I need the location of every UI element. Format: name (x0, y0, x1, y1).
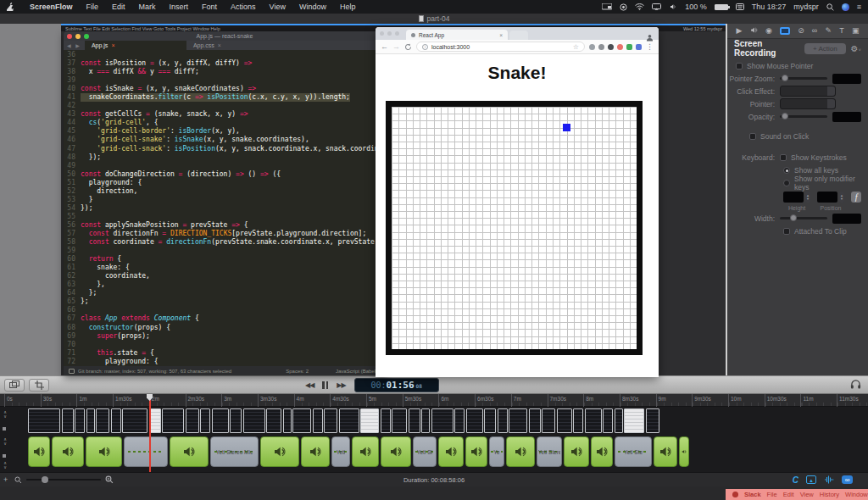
track2-resize-handles[interactable]: ∧∨ (2, 437, 8, 445)
font-button[interactable]: f (851, 192, 861, 203)
video-thumbnail-code[interactable] (62, 408, 74, 433)
gear-icon[interactable]: ⚙˅ (851, 44, 861, 53)
screen-recording-clip[interactable]: Sublime Text File Edit Selection Find Vi… (61, 24, 727, 375)
extension-icon-3[interactable] (608, 44, 614, 50)
attached-to-clip-checkbox[interactable] (783, 228, 790, 235)
video-thumbnail-code[interactable] (186, 408, 199, 433)
apple-menu-icon[interactable] (7, 3, 14, 11)
wifi-icon[interactable] (635, 3, 644, 10)
audio-clip[interactable] (170, 436, 209, 467)
audio-clip[interactable] (52, 436, 84, 467)
menu-item-edit[interactable]: Edit (105, 3, 132, 11)
loop-badge-icon[interactable]: ∞ (842, 475, 853, 484)
video-thumbnail-code[interactable] (212, 408, 229, 433)
video-thumbnail-code[interactable] (646, 408, 659, 433)
spotlight-icon[interactable] (826, 3, 834, 11)
audio-clip-labeled[interactable]: Yeti (331, 436, 350, 467)
audio-clip-labeled[interactable]: Yeti Stere (537, 436, 562, 467)
extension-icon-5[interactable] (626, 44, 632, 50)
track3-resize-handles[interactable]: ∧∨ (2, 461, 8, 469)
video-thumbnail-code[interactable] (339, 408, 359, 433)
audio-clip[interactable] (679, 436, 689, 467)
video-thumbnail-code[interactable] (266, 408, 281, 433)
video-thumbnail-code[interactable] (75, 408, 85, 433)
video-thumbnail-browser[interactable] (360, 408, 379, 433)
pointer-dropdown[interactable] (780, 98, 836, 109)
audio-clip-labeled[interactable]: Ye (489, 436, 504, 467)
extension-icon-6[interactable] (636, 44, 642, 50)
video-thumbnail-code[interactable] (283, 408, 292, 433)
pointer-zoom-value[interactable] (832, 74, 861, 84)
video-thumbnail-code[interactable] (381, 408, 391, 433)
extension-icon-4[interactable] (617, 44, 623, 50)
video-thumbnail-code[interactable] (324, 408, 337, 433)
menu-item-screenflow[interactable]: ScreenFlow (23, 3, 80, 11)
video-thumbnail-code[interactable] (431, 408, 453, 433)
video-thumbnail-code[interactable] (557, 408, 572, 433)
siri-icon[interactable] (842, 3, 849, 11)
add-action-button[interactable]: + Action (804, 43, 846, 54)
show-mouse-pointer-checkbox[interactable] (736, 63, 743, 69)
record-status-icon[interactable] (620, 3, 627, 11)
rewind-button[interactable]: ◀◀ (305, 381, 314, 389)
audio-clip[interactable] (465, 436, 487, 467)
menu-item-view[interactable]: View (800, 491, 814, 498)
video-thumbnail-code[interactable] (243, 408, 265, 433)
text-icon[interactable]: T (839, 27, 844, 35)
annotations-icon[interactable]: ✎ (825, 27, 832, 35)
video-thumbnail-code[interactable] (313, 408, 323, 433)
playhead-line[interactable] (149, 395, 151, 472)
menu-item-help[interactable]: Help (333, 3, 363, 11)
menubar-user[interactable]: mydspr (793, 3, 819, 11)
video-thumbnail-code[interactable] (122, 408, 147, 433)
height-stepper[interactable] (783, 192, 804, 203)
width-slider[interactable] (780, 217, 827, 219)
audio-clip[interactable] (381, 436, 411, 467)
airplay-display-icon[interactable] (652, 3, 661, 10)
video-thumbnail-code[interactable] (96, 408, 109, 433)
pointer-zoom-slider[interactable] (780, 77, 827, 80)
menu-item-font[interactable]: Font (195, 3, 224, 11)
audio-properties-icon[interactable] (750, 26, 758, 36)
track1-options-button[interactable] (3, 427, 6, 431)
canvas-settings-button[interactable] (4, 379, 25, 392)
screen-recording-icon[interactable] (780, 27, 790, 35)
video-thumbnail-browser[interactable] (624, 408, 644, 433)
track1-resize-handles[interactable]: ∧∨ (2, 410, 8, 418)
menu-item-slack[interactable]: Slack (744, 491, 761, 498)
audio-clip-labeled[interactable]: Yeti Stereo Mic (210, 436, 259, 467)
video-thumbnail-code[interactable] (421, 408, 430, 433)
menu-item-mark[interactable]: Mark (132, 3, 163, 11)
crop-button[interactable] (29, 379, 49, 392)
menu-item-file[interactable]: File (767, 491, 777, 498)
video-thumbnail-code[interactable] (484, 408, 496, 433)
waveform-toggle-icon[interactable] (824, 475, 834, 484)
audio-clip-labeled[interactable] (124, 436, 168, 467)
opacity-slider[interactable] (780, 115, 827, 118)
audio-clip[interactable] (86, 436, 122, 467)
video-thumbnail-code[interactable] (392, 408, 407, 433)
audio-clip[interactable] (591, 436, 613, 467)
media-library-icon[interactable]: ▣ (852, 27, 860, 35)
opacity-value[interactable] (832, 112, 861, 122)
click-effect-dropdown[interactable] (780, 86, 836, 97)
video-thumbnail-code[interactable] (292, 408, 311, 433)
video-thumbnail-code[interactable] (466, 408, 483, 433)
show-all-keys-radio[interactable] (783, 167, 790, 174)
sound-on-click-checkbox[interactable] (749, 133, 756, 140)
menu-item-view[interactable]: View (263, 3, 292, 11)
menu-item-insert[interactable]: Insert (163, 3, 196, 11)
audio-clip-labeled[interactable]: Yeti St (413, 436, 437, 467)
audio-clip[interactable] (301, 436, 330, 467)
volume-icon[interactable] (669, 3, 677, 10)
video-thumbnail-code[interactable] (409, 408, 420, 433)
pause-button[interactable] (322, 381, 328, 389)
position-stepper[interactable] (817, 192, 837, 203)
audio-clip[interactable] (564, 436, 589, 467)
video-thumbnail-code[interactable] (615, 408, 623, 433)
menu-item-file[interactable]: File (80, 3, 106, 11)
notification-center-icon[interactable]: ≡ (857, 3, 861, 11)
headphones-icon[interactable] (850, 377, 861, 392)
video-thumbnail-code[interactable] (111, 408, 121, 433)
extension-icon-1[interactable] (589, 44, 595, 50)
